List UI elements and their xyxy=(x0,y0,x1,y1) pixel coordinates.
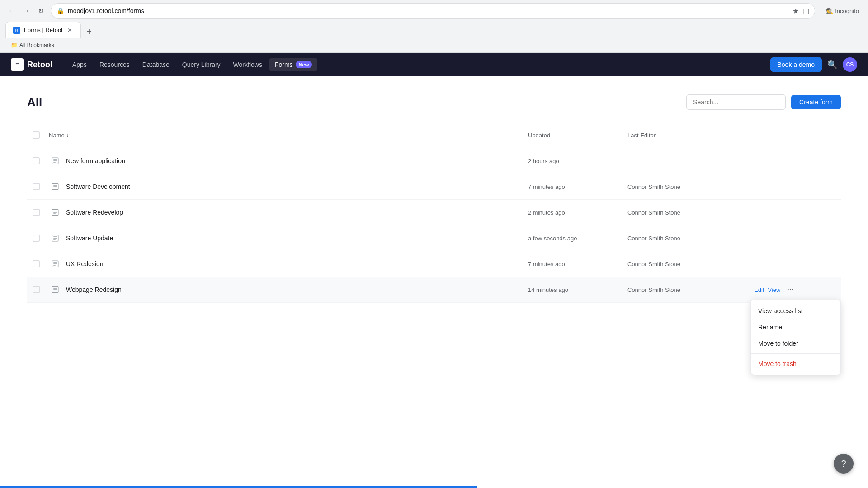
table-header: Name ↓ Updated Last Editor xyxy=(27,124,841,146)
dropdown-divider xyxy=(751,353,840,354)
new-tab-button[interactable]: + xyxy=(83,25,95,38)
bookmarks-bar: 📁 All Bookmarks xyxy=(0,38,868,52)
row-checkbox[interactable] xyxy=(33,209,40,216)
form-icon xyxy=(49,258,61,270)
row-checkbox[interactable] xyxy=(33,157,40,164)
nav-workflows[interactable]: Workflows xyxy=(228,58,268,71)
nav-avatar[interactable]: CS xyxy=(843,57,857,72)
forward-button[interactable]: → xyxy=(20,5,33,17)
nav-right: Book a demo 🔍 CS xyxy=(770,57,858,72)
forms-table: Name ↓ Updated Last Editor xyxy=(27,124,841,303)
row-checkbox[interactable] xyxy=(33,183,40,190)
name-cell: Software Development xyxy=(45,176,524,197)
table-row[interactable]: New form application 2 hours ago xyxy=(27,148,841,174)
bookmark-item-all[interactable]: 📁 All Bookmarks xyxy=(7,40,58,50)
editor-cell xyxy=(624,156,750,165)
star-icon[interactable]: ★ xyxy=(793,7,799,15)
editor-cell: Connor Smith Stone xyxy=(624,230,750,246)
tab-favicon: R xyxy=(13,27,20,34)
form-name: Webpage Redesign xyxy=(66,286,122,293)
view-link[interactable]: View xyxy=(768,286,780,293)
table-row[interactable]: UX Redesign 7 minutes ago Connor Smith S… xyxy=(27,251,841,277)
lock-icon: 🔒 xyxy=(57,7,64,14)
active-tab[interactable]: R Forms | Retool ✕ xyxy=(5,22,81,38)
table-row[interactable]: Software Redevelop 2 minutes ago Connor … xyxy=(27,200,841,225)
dropdown-rename[interactable]: Rename xyxy=(751,319,840,335)
search-input[interactable] xyxy=(686,94,786,110)
row-checkbox[interactable] xyxy=(33,260,40,267)
nav-database[interactable]: Database xyxy=(137,58,175,71)
form-name: New form application xyxy=(66,157,125,164)
editor-header[interactable]: Last Editor xyxy=(624,130,750,141)
updated-header[interactable]: Updated xyxy=(524,130,624,141)
form-name: UX Redesign xyxy=(66,260,104,267)
actions-cell: Edit View ··· xyxy=(750,279,841,300)
row-checkbox[interactable] xyxy=(33,235,40,242)
nav-apps[interactable]: Apps xyxy=(67,58,92,71)
updated-cell: 2 hours ago xyxy=(524,153,624,169)
form-icon xyxy=(49,180,61,193)
tab-close-button[interactable]: ✕ xyxy=(66,27,73,34)
row-checkbox-cell xyxy=(27,282,45,297)
name-cell: Software Redevelop xyxy=(45,202,524,223)
dropdown-menu: View access list Rename Move to folder M… xyxy=(750,300,841,375)
nav-forms-label: Forms xyxy=(275,61,293,68)
refresh-button[interactable]: ↻ xyxy=(34,5,47,17)
form-icon xyxy=(49,283,61,296)
dropdown-move-trash[interactable]: Move to trash xyxy=(751,356,840,372)
name-cell: New form application xyxy=(45,150,524,172)
sort-icon: ↓ xyxy=(66,132,69,138)
folder-icon: 📁 xyxy=(11,42,18,48)
table-row[interactable]: Webpage Redesign 14 minutes ago Connor S… xyxy=(27,277,841,303)
name-header[interactable]: Name ↓ xyxy=(45,130,524,141)
bookmark-label: All Bookmarks xyxy=(19,42,54,48)
updated-cell: 2 minutes ago xyxy=(524,205,624,221)
nav-resources[interactable]: Resources xyxy=(94,58,135,71)
browser-right-icons: 🕵 Incognito xyxy=(822,6,863,16)
book-demo-button[interactable]: Book a demo xyxy=(770,57,822,72)
table-row[interactable]: Software Update a few seconds ago Connor… xyxy=(27,225,841,251)
form-icon xyxy=(49,155,61,167)
form-name: Software Redevelop xyxy=(66,209,123,216)
app: ≡ Retool Apps Resources Database Query L… xyxy=(0,53,868,472)
nav-query-library[interactable]: Query Library xyxy=(177,58,226,71)
help-button[interactable]: ? xyxy=(834,454,854,472)
split-view-icon[interactable]: ◫ xyxy=(802,7,809,15)
row-checkbox[interactable] xyxy=(33,286,40,293)
row-checkbox-cell xyxy=(27,154,45,168)
browser-toolbar: ← → ↻ 🔒 moodjoy1.retool.com/forms ★ ◫ 🕵 … xyxy=(0,0,868,22)
header-checkbox-cell xyxy=(27,128,45,142)
row-checkbox-cell xyxy=(27,231,45,245)
create-form-button[interactable]: Create form xyxy=(791,95,841,109)
nav-links: Apps Resources Database Query Library Wo… xyxy=(67,58,756,71)
dropdown-view-access[interactable]: View access list xyxy=(751,303,840,319)
more-button[interactable]: ··· xyxy=(784,283,797,296)
form-icon xyxy=(49,232,61,244)
select-all-checkbox[interactable] xyxy=(33,131,40,139)
updated-header-label: Updated xyxy=(528,132,550,139)
page-header: All Create form xyxy=(27,94,841,110)
nav-buttons: ← → ↻ xyxy=(5,5,47,17)
address-bar-icons: ★ ◫ xyxy=(793,7,809,15)
actions-header xyxy=(750,133,841,137)
tab-title: Forms | Retool xyxy=(24,27,62,33)
browser-chrome: ← → ↻ 🔒 moodjoy1.retool.com/forms ★ ◫ 🕵 … xyxy=(0,0,868,53)
back-button[interactable]: ← xyxy=(5,5,18,17)
address-bar[interactable]: 🔒 moodjoy1.retool.com/forms ★ ◫ xyxy=(51,3,815,19)
table-row[interactable]: Software Development 7 minutes ago Conno… xyxy=(27,174,841,200)
dropdown-move-folder[interactable]: Move to folder xyxy=(751,335,840,352)
nav-forms-badge: New xyxy=(296,61,312,68)
logo-text: Retool xyxy=(27,60,52,70)
page-title: All xyxy=(27,95,42,109)
updated-cell: 7 minutes ago xyxy=(524,179,624,195)
nav-search-icon[interactable]: 🔍 xyxy=(827,60,837,70)
url-text: moodjoy1.retool.com/forms xyxy=(68,7,789,14)
row-checkbox-cell xyxy=(27,257,45,271)
form-name: Software Development xyxy=(66,183,130,190)
editor-cell: Connor Smith Stone xyxy=(624,282,750,298)
edit-link[interactable]: Edit xyxy=(754,286,764,293)
main-content: All Create form Name ↓ Updated L xyxy=(0,76,868,321)
editor-cell: Connor Smith Stone xyxy=(624,179,750,195)
nav-forms[interactable]: Forms New xyxy=(269,58,317,71)
header-actions: Create form xyxy=(686,94,841,110)
